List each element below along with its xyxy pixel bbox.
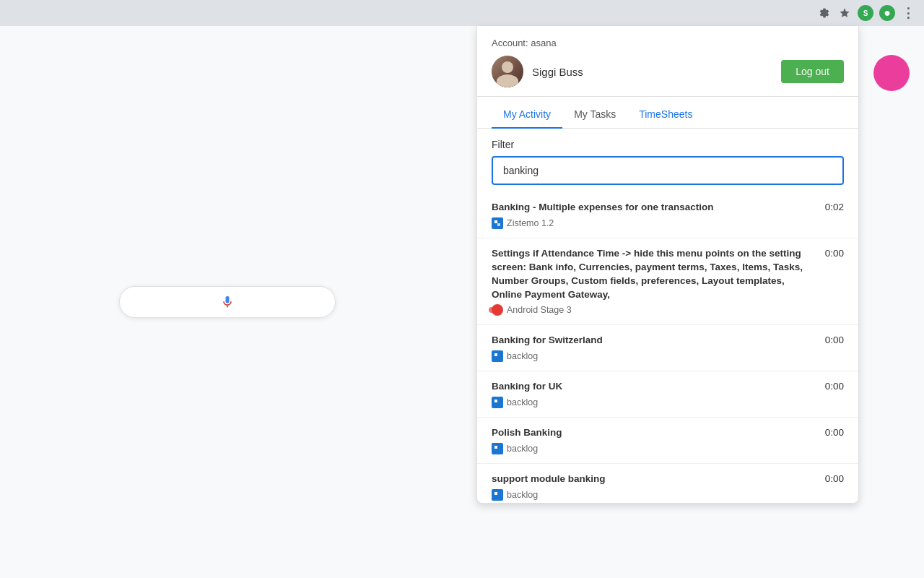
list-item[interactable]: support module banking backlog 0:00 xyxy=(477,464,858,503)
activity-time: 0:00 xyxy=(825,473,844,484)
search-bar[interactable] xyxy=(119,286,336,318)
user-row: Siggi Buss Log out xyxy=(492,56,844,87)
dropdown-panel: Account: asana Siggi Buss Log out My Act… xyxy=(476,26,859,504)
settings-icon[interactable] xyxy=(817,6,832,20)
activity-content: Settings if Attendance Time -> hide this… xyxy=(492,247,814,316)
filter-label: Filter xyxy=(492,139,844,150)
project-name: Android Stage 3 xyxy=(507,305,572,315)
svg-rect-5 xyxy=(494,446,497,449)
activity-time: 0:00 xyxy=(825,426,844,438)
page-background: Account: asana Siggi Buss Log out My Act… xyxy=(0,26,924,578)
user-name: Siggi Buss xyxy=(532,66,583,78)
microphone-icon[interactable] xyxy=(217,292,237,312)
svg-rect-2 xyxy=(497,223,500,226)
activity-time: 0:00 xyxy=(825,334,844,345)
activity-meta: Zistemo 1.2 xyxy=(492,217,814,229)
activity-title: Banking - Multiple expenses for one tran… xyxy=(492,201,814,215)
list-item[interactable]: Banking - Multiple expenses for one tran… xyxy=(477,192,858,238)
activity-title: support module banking xyxy=(492,473,814,486)
extension2-icon[interactable]: ● xyxy=(879,5,895,21)
svg-rect-6 xyxy=(494,492,497,495)
activity-title: Settings if Attendance Time -> hide this… xyxy=(492,247,814,302)
project-icon xyxy=(492,304,503,316)
activity-content: Polish Banking backlog xyxy=(492,426,814,454)
project-icon xyxy=(492,217,503,229)
tabs-row: My Activity My Tasks TimeSheets xyxy=(477,100,858,129)
activity-meta: backlog xyxy=(492,443,814,454)
project-name: backlog xyxy=(507,444,538,454)
star-icon[interactable] xyxy=(837,6,852,20)
activity-meta: Android Stage 3 xyxy=(492,304,814,316)
activity-time: 0:02 xyxy=(825,201,844,212)
more-icon[interactable]: ⋮ xyxy=(901,6,915,20)
activity-meta: backlog xyxy=(492,350,814,362)
project-name: backlog xyxy=(507,351,538,361)
list-item[interactable]: Banking for Switzerland backlog 0:00 xyxy=(477,325,858,371)
project-icon xyxy=(492,489,503,501)
tab-timesheets[interactable]: TimeSheets xyxy=(627,100,704,129)
activity-title: Banking for UK xyxy=(492,380,814,394)
activity-content: Banking for UK backlog xyxy=(492,380,814,408)
project-name: backlog xyxy=(507,490,538,500)
tab-my-tasks[interactable]: My Tasks xyxy=(562,100,627,129)
activity-time: 0:00 xyxy=(825,380,844,392)
filter-input[interactable] xyxy=(492,156,844,185)
activity-title: Banking for Switzerland xyxy=(492,334,814,348)
list-item[interactable]: Settings if Attendance Time -> hide this… xyxy=(477,238,858,326)
activity-meta: backlog xyxy=(492,489,814,501)
pink-blob xyxy=(873,55,910,91)
activity-meta: backlog xyxy=(492,397,814,408)
project-name: Zistemo 1.2 xyxy=(507,218,554,228)
extension-icon[interactable]: S xyxy=(858,5,873,21)
user-info: Siggi Buss xyxy=(492,56,583,87)
logout-button[interactable]: Log out xyxy=(781,60,844,83)
avatar-image xyxy=(492,56,523,87)
activity-title: Polish Banking xyxy=(492,426,814,440)
tab-my-activity[interactable]: My Activity xyxy=(492,100,562,129)
list-item[interactable]: Polish Banking backlog 0:00 xyxy=(477,418,858,464)
left-area xyxy=(0,26,455,578)
filter-section: Filter xyxy=(477,129,858,192)
account-title: Account: asana xyxy=(492,38,844,48)
activity-list: Banking - Multiple expenses for one tran… xyxy=(477,192,858,503)
svg-rect-3 xyxy=(494,353,497,356)
project-icon xyxy=(492,443,503,454)
project-icon xyxy=(492,397,503,408)
activity-content: Banking for Switzerland backlog xyxy=(492,334,814,362)
project-name: backlog xyxy=(507,397,538,407)
activity-time: 0:00 xyxy=(825,247,844,259)
svg-rect-1 xyxy=(494,220,497,223)
browser-bar: S ● ⋮ xyxy=(0,0,924,26)
list-item[interactable]: Banking for UK backlog 0:00 xyxy=(477,371,858,418)
avatar xyxy=(492,56,523,87)
account-header: Account: asana Siggi Buss Log out xyxy=(477,26,858,97)
activity-content: Banking - Multiple expenses for one tran… xyxy=(492,201,814,229)
svg-rect-4 xyxy=(494,400,497,402)
activity-content: support module banking backlog xyxy=(492,473,814,501)
project-icon xyxy=(492,350,503,362)
